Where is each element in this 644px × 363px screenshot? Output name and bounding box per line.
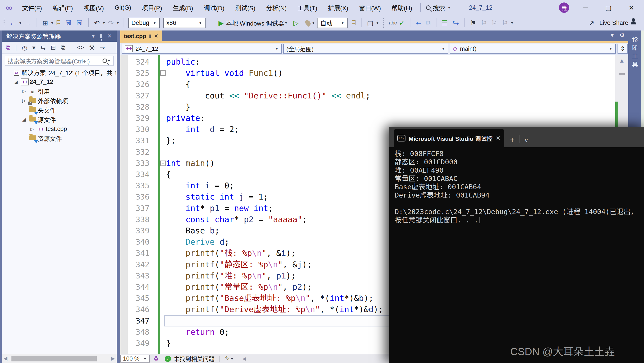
menu-项目p[interactable]: 项目(P): [137, 1, 167, 14]
zoom-dropdown[interactable]: 100 % ▾: [120, 355, 150, 363]
tree-item-24_7_12[interactable]: ◢++24_7_12: [2, 77, 117, 86]
expanded-arrow-icon[interactable]: ◢: [20, 117, 28, 122]
format-brush-icon[interactable]: ✎: [225, 355, 230, 362]
wrench-icon[interactable]: ⚒: [87, 44, 96, 51]
code-line-327[interactable]: cout << "Derive::Func1()" << endl;: [166, 90, 370, 101]
hot-reload-icon[interactable]: [304, 19, 312, 27]
toolbar-grip[interactable]: [3, 18, 6, 28]
code-line-341[interactable]: printf("栈: %p\n", &i);: [166, 248, 296, 259]
tree-item--24_7_12-1-1-[interactable]: ∞解决方案 '24_7_12' (1 个项目，共 1 个: [2, 68, 117, 77]
menu-测试s[interactable]: 测试(S): [230, 1, 260, 14]
live-analysis-icon[interactable]: ♻: [153, 355, 159, 362]
chevron-down-icon[interactable]: ▾: [18, 20, 22, 25]
sync-with-active-document-icon[interactable]: ⇆: [38, 44, 47, 51]
paste-special-icon[interactable]: ⧉: [424, 19, 432, 27]
tree-item--[interactable]: 头文件: [2, 105, 117, 115]
new-project-icon[interactable]: ⊞: [40, 19, 50, 27]
debugger-label[interactable]: 本地 Windows 调试器: [226, 18, 284, 27]
avatar[interactable]: 垚: [559, 2, 569, 13]
hot-reload-dropdown[interactable]: 自动 ▾: [317, 18, 348, 28]
panel-splitter[interactable]: [117, 30, 120, 363]
collapsed-arrow-icon[interactable]: ▷: [28, 126, 36, 132]
collapse-all-icon[interactable]: ⊟: [49, 44, 58, 51]
start-without-debug-icon[interactable]: ▷: [291, 19, 301, 27]
code-line-343[interactable]: printf("堆: %p\n", p1);: [166, 270, 296, 281]
code-line-336[interactable]: static int j = 1;: [166, 191, 268, 202]
collapsed-arrow-icon[interactable]: ▷: [20, 88, 28, 94]
pin-icon[interactable]: [100, 34, 102, 38]
minimize-button[interactable]: ─: [580, 4, 591, 11]
navigate-back-icon[interactable]: ←: [7, 19, 18, 27]
menu-工具t[interactable]: 工具(T): [292, 1, 322, 14]
tab-test-cpp[interactable]: test.cpp ✕: [120, 30, 162, 42]
project-dropdown[interactable]: ++ 24_7_12 ▾: [122, 44, 282, 53]
menu-文件f[interactable]: 文件(F): [17, 1, 47, 14]
code-line-328[interactable]: }: [166, 101, 190, 113]
code-line-334[interactable]: {: [166, 169, 171, 180]
split-window-button[interactable]: ⇕: [618, 44, 628, 53]
code-line-346[interactable]: printf("Derive虚表地址: %p\n", *(int*)&d);: [166, 304, 383, 315]
scroll-left-icon[interactable]: ◀: [2, 356, 9, 362]
console-output[interactable]: 栈: 008FFCF8静态区: 001CD000堆: 00AEF490常量区: …: [395, 150, 644, 224]
format-document-icon[interactable]: ☰: [440, 19, 450, 27]
close-icon[interactable]: ✕: [104, 33, 115, 39]
menu-帮助h[interactable]: 帮助(H): [386, 1, 417, 14]
code-line-340[interactable]: Derive d;: [166, 236, 229, 248]
live-share-label[interactable]: Live Share: [599, 19, 628, 26]
show-all-files-icon[interactable]: <>: [75, 44, 86, 51]
tab-list-chevron-icon[interactable]: ▾: [611, 32, 614, 39]
pending-changes-filter-icon[interactable]: ◷: [20, 44, 29, 51]
platform-dropdown[interactable]: x86 ▾: [163, 18, 206, 28]
code-line-349[interactable]: }: [166, 338, 171, 349]
scroll-left-icon[interactable]: ◀: [240, 356, 248, 362]
start-debug-icon[interactable]: ▶: [216, 19, 226, 27]
chevron-down-icon[interactable]: ▾: [116, 20, 120, 25]
close-icon[interactable]: ✕: [154, 33, 158, 39]
pin-icon[interactable]: [150, 34, 151, 38]
code-line-335[interactable]: int i = 0;: [166, 180, 234, 191]
find-in-files-icon[interactable]: ⍈: [350, 19, 358, 27]
add-person-icon[interactable]: [631, 21, 636, 24]
tree-item-test.cpp[interactable]: ▷++test.cpp: [2, 124, 117, 134]
collapse-region-button[interactable]: −: [160, 70, 166, 76]
indent-icon[interactable]: ⮑: [450, 19, 461, 27]
select-cursor-icon[interactable]: ⭠: [414, 19, 424, 27]
chevron-down-icon[interactable]: ▾: [510, 20, 514, 25]
spell-check-icon[interactable]: abc: [386, 20, 399, 26]
member-dropdown[interactable]: ◇ main() ▾: [450, 44, 616, 53]
code-line-325[interactable]: virtual void Func1(): [166, 67, 283, 79]
tree-item--[interactable]: 资源文件: [2, 134, 117, 143]
chevron-down-icon[interactable]: ▾: [89, 33, 98, 39]
scope-dropdown[interactable]: (全局范围) ▾: [283, 44, 448, 53]
chevron-down-icon[interactable]: ▾: [376, 20, 380, 25]
navigate-forward-icon[interactable]: →: [22, 19, 34, 27]
code-line-337[interactable]: int* p1 = new int;: [166, 203, 273, 214]
chevron-down-icon[interactable]: ▾: [50, 20, 54, 25]
health-check-icon[interactable]: ✓: [165, 356, 171, 362]
solution-explorer-header[interactable]: 解决方案资源管理器 ▾ ✕: [2, 30, 117, 42]
breakpoint-margin[interactable]: [120, 55, 128, 354]
chevron-down-icon[interactable]: ▾: [230, 356, 234, 361]
switch-views-icon[interactable]: ⧉: [4, 44, 12, 51]
menu-窗口w[interactable]: 窗口(W): [354, 1, 386, 14]
bookmark-clear-icon[interactable]: ⚐: [500, 19, 510, 27]
bookmark-icon[interactable]: ⚑: [468, 19, 478, 27]
code-line-342[interactable]: printf("静态区: %p\n", &j);: [166, 259, 312, 270]
menu-gitg[interactable]: Git(G): [110, 2, 136, 13]
scrollbar-thumb[interactable]: [12, 356, 97, 362]
chevron-down-icon[interactable]: ▾: [30, 44, 37, 51]
chevron-down-icon[interactable]: ▾: [107, 58, 111, 63]
expanded-arrow-icon[interactable]: ◢: [12, 79, 20, 84]
toolbar-grip[interactable]: [382, 18, 385, 28]
configuration-dropdown[interactable]: Debug ▾: [128, 18, 160, 28]
tree-item--[interactable]: ▷⧈引用: [2, 86, 117, 96]
code-line-344[interactable]: printf("常量区: %p\n", p2);: [166, 281, 312, 293]
tree-item--[interactable]: ◢源文件: [2, 115, 117, 124]
code-line-338[interactable]: const char* p2 = "aaaaa";: [166, 214, 307, 225]
new-tab-icon[interactable]: +: [510, 135, 514, 144]
menu-扩展x[interactable]: 扩展(X): [323, 1, 353, 14]
code-line-331[interactable]: };: [166, 135, 176, 146]
close-button[interactable]: ✕: [626, 4, 637, 12]
scroll-right-icon[interactable]: ▶: [109, 356, 117, 362]
menu-分析n[interactable]: 分析(N): [261, 1, 292, 14]
